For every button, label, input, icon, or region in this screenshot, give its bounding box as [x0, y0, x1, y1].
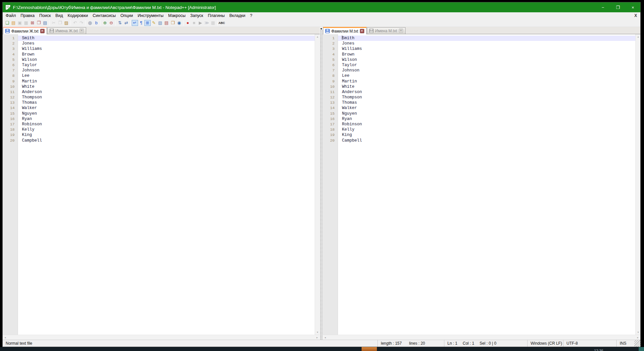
word-wrap-icon[interactable]: ↵	[132, 20, 138, 26]
text-line[interactable]: Campbell	[18, 138, 315, 143]
close-file-icon[interactable]: ⊠	[29, 20, 36, 26]
scroll-up-icon[interactable]: ▲	[636, 34, 641, 39]
pane-splitter[interactable]: ◄	[320, 27, 323, 340]
text-line[interactable]: Lee	[338, 73, 635, 78]
text-line[interactable]: Walker	[18, 105, 315, 111]
menu-item-4[interactable]: Кодировки	[65, 13, 90, 19]
save-all-icon[interactable]: ▦	[23, 20, 29, 26]
text-line[interactable]: King	[338, 132, 635, 138]
right-text-area[interactable]: SmithJonesWilliamsBrownWilsonTaylorJohns…	[338, 34, 635, 335]
right-vertical-scrollbar[interactable]: ▲▼	[635, 34, 640, 335]
menu-item-8[interactable]: Макросы	[166, 13, 188, 19]
text-line[interactable]: Thompson	[18, 95, 315, 100]
open-file-icon[interactable]: ▤	[10, 20, 17, 26]
menu-item-6[interactable]: Опции	[118, 13, 135, 19]
status-eol-format[interactable]: Windows (CR LF)	[527, 340, 563, 347]
status-insert-mode[interactable]: INS	[616, 340, 634, 347]
text-line[interactable]: White	[338, 84, 635, 89]
text-line[interactable]: Campbell	[338, 138, 635, 143]
right-editor[interactable]: 1234567891011121314151617181920SmithJone…	[323, 34, 640, 335]
macro-play-icon[interactable]: ▶	[197, 20, 204, 26]
find-icon[interactable]: ◎	[87, 20, 93, 26]
menu-item-1[interactable]: Правка	[18, 13, 37, 19]
text-line[interactable]: Wilson	[18, 57, 315, 62]
text-line[interactable]: Smith	[338, 36, 635, 41]
show-indent-guide-icon[interactable]: ≣	[144, 20, 151, 26]
macro-run-multiple-icon[interactable]: ≫	[204, 20, 210, 26]
menu-item-11[interactable]: Вкладки	[227, 13, 247, 19]
text-line[interactable]: Martin	[18, 79, 315, 84]
left-editor[interactable]: 1234567891011121314151617181920SmithJone…	[3, 34, 320, 335]
scroll-down-icon[interactable]: ▼	[636, 330, 641, 335]
menu-item-2[interactable]: Поиск	[37, 13, 53, 19]
zoom-out-icon[interactable]: ⊖	[108, 20, 114, 26]
tab-close-icon[interactable]: ✕	[399, 29, 403, 33]
text-line[interactable]: Johnson	[18, 68, 315, 73]
resize-grip[interactable]	[634, 340, 640, 347]
text-line[interactable]: Smith	[18, 36, 315, 41]
scroll-up-icon[interactable]: ▲	[315, 34, 320, 39]
tab-left-1[interactable]: Имена Ж.txt✕	[47, 27, 86, 34]
status-encoding[interactable]: UTF-8	[563, 340, 616, 347]
tab-close-icon[interactable]: ✕	[360, 29, 364, 33]
replace-icon[interactable]: b	[93, 20, 99, 26]
text-line[interactable]: Lee	[18, 73, 315, 78]
text-line[interactable]: Kelly	[338, 127, 635, 132]
text-line[interactable]: Ryan	[18, 116, 315, 122]
splitter-collapse-icon[interactable]: ◄	[320, 27, 322, 30]
text-line[interactable]: White	[18, 84, 315, 89]
document-map-icon[interactable]: ▧	[157, 20, 163, 26]
text-line[interactable]: Jones	[338, 41, 635, 46]
text-line[interactable]: Thomas	[18, 100, 315, 105]
left-horizontal-scrollbar[interactable]: ◄►	[3, 335, 320, 340]
spell-check-abc-icon[interactable]: ABC	[219, 20, 225, 26]
macro-stop-icon[interactable]: ■	[191, 20, 197, 26]
user-defined-dialog-icon[interactable]: ✎	[151, 20, 157, 26]
paste-icon[interactable]: ▨	[63, 20, 70, 26]
text-line[interactable]: Kelly	[18, 127, 315, 132]
text-line[interactable]: Robinson	[18, 122, 315, 127]
macro-save-icon[interactable]: ▦	[210, 20, 216, 26]
cut-icon[interactable]: ✂	[51, 20, 57, 26]
text-line[interactable]: Brown	[18, 52, 315, 57]
macro-record-icon[interactable]: ●	[185, 20, 191, 26]
text-line[interactable]: Nguyen	[338, 111, 635, 116]
tab-left-0[interactable]: Фамилии Ж.txt✕	[3, 27, 47, 34]
monitoring-icon[interactable]: ◉	[176, 20, 182, 26]
new-file-icon[interactable]: ❏	[4, 20, 10, 26]
show-all-characters-icon[interactable]: ¶	[138, 20, 144, 26]
tab-right-0[interactable]: Фамилии M.txt✕	[323, 27, 367, 34]
left-vertical-scrollbar[interactable]: ▲▼	[315, 34, 320, 335]
text-line[interactable]: Taylor	[18, 62, 315, 68]
text-line[interactable]: Anderson	[18, 89, 315, 95]
text-line[interactable]: Ryan	[338, 116, 635, 122]
tab-close-icon[interactable]: ✕	[80, 29, 84, 33]
left-text-area[interactable]: SmithJonesWilliamsBrownWilsonTaylorJohns…	[18, 34, 315, 335]
text-line[interactable]: Martin	[338, 79, 635, 84]
scroll-down-icon[interactable]: ▼	[315, 330, 320, 335]
scroll-left-icon[interactable]: ◄	[3, 335, 8, 340]
text-line[interactable]: Williams	[18, 46, 315, 52]
text-line[interactable]: Brown	[338, 52, 635, 57]
minimize-button[interactable]: −	[595, 2, 610, 12]
scroll-right-icon[interactable]: ►	[635, 335, 640, 340]
text-line[interactable]: Jones	[18, 41, 315, 46]
scroll-left-icon[interactable]: ◄	[323, 335, 328, 340]
tab-right-1[interactable]: Имена M.txt✕	[367, 27, 405, 34]
text-line[interactable]: Thompson	[338, 95, 635, 100]
print-icon[interactable]: ▤	[42, 20, 48, 26]
text-line[interactable]: Walker	[338, 105, 635, 111]
text-line[interactable]: Wilson	[338, 57, 635, 62]
close-all-icon[interactable]: ❐	[36, 20, 42, 26]
menu-item-0[interactable]: Файл	[3, 13, 18, 19]
folder-as-workspace-icon[interactable]: ❒	[170, 20, 176, 26]
menu-item-9[interactable]: Запуск	[188, 13, 206, 19]
sync-vertical-scroll-icon[interactable]: ⇅	[117, 20, 123, 26]
tab-close-icon[interactable]: ✕	[40, 29, 45, 33]
close-button[interactable]: ×	[625, 2, 640, 12]
document-list-icon[interactable]: ▤	[163, 20, 170, 26]
menu-item-help[interactable]: ?	[247, 13, 254, 19]
taskbar-active-app-indicator[interactable]	[362, 347, 377, 351]
scroll-right-icon[interactable]: ►	[315, 335, 320, 340]
text-line[interactable]: Nguyen	[18, 111, 315, 116]
